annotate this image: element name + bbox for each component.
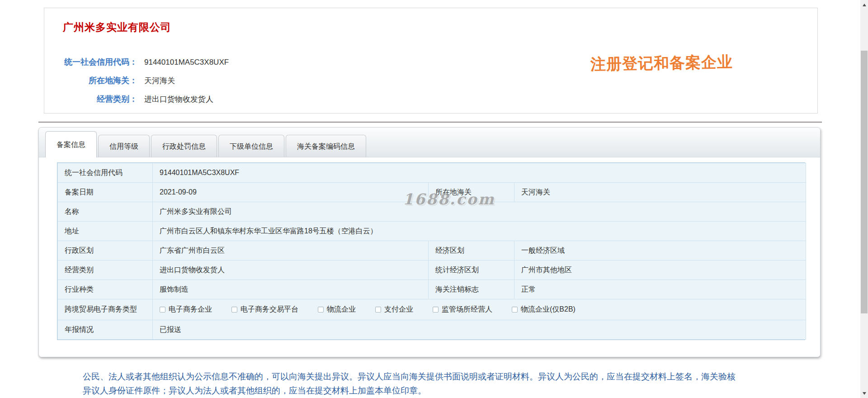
cell-customs-office-label: 所在地海关	[429, 183, 514, 202]
checkbox-label: 物流企业(仅B2B)	[521, 305, 576, 314]
scroll-up-icon	[863, 4, 866, 6]
company-header-fields: 统一社会信用代码： 91440101MA5C3X8UXF 所在地海关： 天河海关…	[44, 53, 229, 109]
tab-panel: 备案信息 信用等级 行政处罚信息 下级单位信息 海关备案编码信息 统一社会信用代…	[38, 127, 821, 357]
checkbox-label: 电子商务企业	[169, 305, 212, 314]
option-payment-enterprise: 支付企业	[375, 305, 413, 314]
table-row-record-date: 备案日期 2021-09-09 所在地海关 天河海关	[58, 183, 806, 202]
cell-deregistration-flag-label: 海关注销标志	[429, 280, 514, 299]
cell-deregistration-flag-value: 正常	[514, 280, 806, 299]
tab-credit-rating[interactable]: 信用等级	[98, 135, 150, 157]
header-field-business-category: 经营类别： 进出口货物收发货人	[44, 90, 229, 109]
tab-admin-penalty-info[interactable]: 行政处罚信息	[151, 135, 217, 157]
footer-notice-line-1: 公民、法人或者其他组织认为公示信息不准确的，可以向海关提出异议。异议人应当向海关…	[83, 370, 736, 384]
ecommerce-options: 电子商务企业 电子商务交易平台 物流企业	[160, 305, 801, 314]
checkbox-ecommerce-trading-platform[interactable]	[231, 307, 237, 313]
cell-economic-zone-value: 一般经济区域	[514, 241, 806, 261]
scrollbar-up-button[interactable]	[860, 1, 868, 9]
company-name: 广州米多实业有限公司	[63, 20, 171, 34]
field-value: 91440101MA5C3X8UXF	[144, 53, 229, 71]
scroll-down-icon	[863, 392, 866, 395]
tab-content: 统一社会信用代码 91440101MA5C3X8UXF 备案日期 2021-09…	[39, 158, 820, 357]
registered-enterprise-stamp: 注册登记和备案企业	[590, 52, 733, 75]
field-value: 天河海关	[144, 71, 175, 90]
cell-statistical-zone-value: 广州市其他地区	[514, 261, 806, 280]
checkbox-logistics-enterprise[interactable]	[318, 307, 324, 313]
cell-annual-report-value: 已报送	[153, 320, 806, 340]
table-row-ecommerce-type: 跨境贸易电子商务类型 电子商务企业 电子商务交易平台	[58, 299, 806, 320]
cell-industry-label: 行业种类	[58, 280, 153, 299]
option-regulated-site-operator: 监管场所经营人	[433, 305, 492, 314]
option-ecommerce-trading-platform: 电子商务交易平台	[231, 305, 298, 314]
checkbox-label: 物流企业	[327, 305, 356, 314]
option-logistics-enterprise: 物流企业	[318, 305, 356, 314]
header-field-credit-code: 统一社会信用代码： 91440101MA5C3X8UXF	[44, 53, 229, 71]
cell-statistical-zone-label: 统计经济区划	[429, 261, 514, 280]
table-row-annual-report: 年报情况 已报送	[58, 320, 806, 340]
cell-address-label: 地址	[58, 222, 153, 241]
tab-record-info[interactable]: 备案信息	[45, 131, 97, 157]
checkbox-regulated-site-operator[interactable]	[433, 307, 439, 313]
cell-credit-code-value: 91440101MA5C3X8UXF	[153, 163, 806, 183]
checkbox-label: 监管场所经营人	[442, 305, 492, 314]
header-field-customs-office: 所在地海关： 天河海关	[44, 71, 229, 90]
record-info-table-wrap: 统一社会信用代码 91440101MA5C3X8UXF 备案日期 2021-09…	[57, 162, 805, 340]
cell-address-value: 广州市白云区人和镇东华村东华工业区华富路18号五楼（空港白云）	[153, 222, 806, 241]
table-row-name: 名称 广州米多实业有限公司	[58, 202, 806, 222]
cell-name-value: 广州米多实业有限公司	[153, 202, 806, 222]
cell-credit-code-label: 统一社会信用代码	[58, 163, 153, 183]
cell-industry-value: 服饰制造	[153, 280, 429, 299]
checkbox-label: 支付企业	[384, 305, 413, 314]
checkbox-payment-enterprise[interactable]	[375, 307, 381, 313]
checkbox-ecommerce-enterprise[interactable]	[160, 307, 165, 313]
field-value: 进出口货物收发货人	[144, 90, 213, 109]
cell-record-date-label: 备案日期	[58, 183, 153, 202]
checkbox-label: 电子商务交易平台	[241, 305, 298, 314]
footer-notice-line-2: 异议人身份证件原件；异议人为法人或者其他组织的，应当在提交材料上加盖本单位印章。	[83, 384, 736, 398]
table-row-address: 地址 广州市白云区人和镇东华村东华工业区华富路18号五楼（空港白云）	[58, 222, 806, 241]
scrollbar-down-button[interactable]	[860, 389, 868, 397]
cell-admin-division-value: 广东省广州市白云区	[153, 241, 429, 261]
cell-record-date-value: 2021-09-09	[153, 183, 429, 202]
cell-ecommerce-type-options: 电子商务企业 电子商务交易平台 物流企业	[153, 299, 806, 320]
cell-business-category-value: 进出口货物收发货人	[153, 261, 429, 280]
table-row-admin-division: 行政区划 广东省广州市白云区 经济区划 一般经济区域	[58, 241, 806, 261]
field-label: 经营类别：	[44, 90, 137, 109]
footer-notice: 公民、法人或者其他组织认为公示信息不准确的，可以向海关提出异议。异议人应当向海关…	[83, 370, 736, 398]
scrollbar-thumb[interactable]	[861, 51, 868, 313]
cell-ecommerce-type-label: 跨境贸易电子商务类型	[58, 299, 153, 320]
option-logistics-enterprise-b2b: 物流企业(仅B2B)	[512, 305, 576, 314]
record-info-table: 统一社会信用代码 91440101MA5C3X8UXF 备案日期 2021-09…	[57, 163, 806, 340]
cell-economic-zone-label: 经济区划	[429, 241, 514, 261]
tab-strip: 备案信息 信用等级 行政处罚信息 下级单位信息 海关备案编码信息	[39, 128, 820, 157]
tab-customs-record-code-info[interactable]: 海关备案编码信息	[286, 135, 366, 157]
cell-name-label: 名称	[58, 202, 153, 222]
cell-annual-report-label: 年报情况	[58, 320, 153, 340]
table-row-industry: 行业种类 服饰制造 海关注销标志 正常	[58, 280, 806, 299]
horizontal-divider	[38, 122, 822, 123]
field-label: 统一社会信用代码：	[44, 53, 137, 71]
tab-subordinate-unit-info[interactable]: 下级单位信息	[218, 135, 284, 157]
field-label: 所在地海关：	[44, 71, 137, 90]
table-row-business-category: 经营类别 进出口货物收发货人 统计经济区划 广州市其他地区	[58, 261, 806, 280]
table-row-credit-code: 统一社会信用代码 91440101MA5C3X8UXF	[58, 163, 806, 183]
vertical-scrollbar[interactable]	[860, 0, 868, 398]
cell-business-category-label: 经营类别	[58, 261, 153, 280]
option-ecommerce-enterprise: 电子商务企业	[160, 305, 212, 314]
cell-admin-division-label: 行政区划	[58, 241, 153, 261]
cell-customs-office-value: 天河海关	[514, 183, 806, 202]
company-header-panel: 广州米多实业有限公司 统一社会信用代码： 91440101MA5C3X8UXF …	[44, 8, 818, 114]
checkbox-logistics-enterprise-b2b[interactable]	[512, 307, 518, 313]
page: 广州米多实业有限公司 统一社会信用代码： 91440101MA5C3X8UXF …	[0, 0, 868, 398]
